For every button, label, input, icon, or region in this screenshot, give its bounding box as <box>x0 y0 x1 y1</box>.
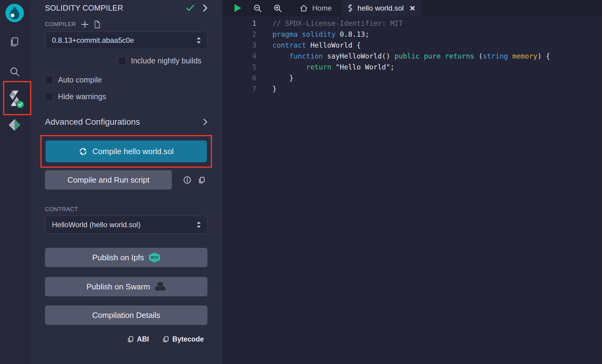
file-icon <box>94 21 100 28</box>
tab-home-label: Home <box>312 4 332 12</box>
run-script-button[interactable] <box>232 0 243 16</box>
hide-warnings-label: Hide warnings <box>58 92 106 101</box>
panel-header: SOLIDITY COMPILER <box>45 3 207 13</box>
code-line[interactable]: 1// SPDX-License-Identifier: MIT <box>223 18 602 29</box>
remix-logo[interactable] <box>3 2 26 25</box>
compilation-details-button[interactable]: Compilation Details <box>45 305 207 325</box>
contract-section-label: CONTRACT <box>45 206 78 213</box>
panel-title: SOLIDITY COMPILER <box>45 4 123 12</box>
zoom-in-button[interactable] <box>272 0 283 16</box>
tab-home[interactable]: Home <box>291 0 340 16</box>
zoom-out-icon <box>253 4 262 13</box>
solidity-file-icon <box>347 4 353 12</box>
publish-swarm-button[interactable]: Publish on Swarm <box>45 277 207 296</box>
compiler-version-select[interactable]: 0.8.13+commit.abaa5c0e <box>45 32 207 49</box>
deploy-run-button[interactable] <box>0 112 29 138</box>
hide-warnings-checkbox[interactable] <box>45 93 53 101</box>
publish-ipfs-label: Publish on Ipfs <box>92 253 144 262</box>
line-number: 2 <box>223 29 256 40</box>
line-number: 1 <box>223 18 256 29</box>
nightly-builds-label: Include nightly builds <box>131 56 201 65</box>
select-arrows-icon <box>197 221 201 228</box>
compiler-version-value: 0.8.13+commit.abaa5c0e <box>52 36 197 45</box>
panel-expand-chevron[interactable] <box>203 4 207 12</box>
file-explorer-button[interactable] <box>0 29 29 55</box>
auto-compile-row: Auto compile <box>45 76 207 84</box>
swarm-icon <box>155 282 166 292</box>
editor-area: Home hello world.sol × 1// SPDX-License-… <box>223 0 602 364</box>
compile-and-run-button[interactable]: Compile and Run script <box>45 170 172 190</box>
ethereum-icon <box>8 119 21 131</box>
close-tab-icon[interactable]: × <box>410 4 415 13</box>
code-area[interactable]: 1// SPDX-License-Identifier: MIT2pragma … <box>223 16 602 364</box>
info-icon <box>183 176 191 184</box>
file-explorer-icon <box>9 36 20 47</box>
compilation-details-label: Compilation Details <box>92 311 160 320</box>
zoom-in-icon <box>273 4 282 13</box>
remix-logo-icon <box>4 2 26 24</box>
copy-icon <box>127 336 134 343</box>
abi-bytecode-row: ABI Bytecode <box>45 335 207 343</box>
code-text: contract HelloWorld { <box>272 40 361 51</box>
nightly-builds-row: Include nightly builds <box>118 56 207 65</box>
code-line[interactable]: 5 return "Hello World"; <box>223 62 602 72</box>
icon-sidebar <box>0 0 29 364</box>
open-compiler-file-button[interactable] <box>94 21 100 28</box>
copy-icon <box>162 336 169 343</box>
copy-script-button[interactable] <box>198 176 205 184</box>
code-text: pragma solidity 0.8.13; <box>272 29 369 40</box>
code-line[interactable]: 6 } <box>223 72 602 83</box>
side-panel: SOLIDITY COMPILER COMPILER <box>29 0 223 364</box>
bytecode-label: Bytecode <box>172 335 204 343</box>
code-line[interactable]: 2pragma solidity 0.8.13; <box>223 29 602 40</box>
play-icon <box>234 4 242 12</box>
solidity-compiler-button[interactable] <box>0 85 29 112</box>
plus-icon <box>81 21 88 28</box>
compile-success-badge <box>16 100 24 109</box>
line-number: 4 <box>223 51 256 62</box>
line-number: 6 <box>223 72 256 83</box>
advanced-configurations-toggle[interactable]: Advanced Configurations <box>45 117 207 127</box>
compile-button[interactable]: Compile hello world.sol <box>46 140 207 162</box>
compile-success-check <box>185 3 195 13</box>
hide-warnings-row: Hide warnings <box>45 92 207 101</box>
check-icon <box>185 3 195 13</box>
chevron-right-icon <box>203 4 207 12</box>
select-arrows-icon <box>197 37 201 44</box>
line-number: 7 <box>223 83 256 94</box>
contract-select[interactable]: HelloWorld (hello world.sol) <box>45 216 207 234</box>
contract-select-value: HelloWorld (hello world.sol) <box>52 221 197 229</box>
red-highlight-box-compile-button: Compile hello world.sol <box>40 135 212 168</box>
code-line[interactable]: 7} <box>223 83 602 94</box>
auto-compile-checkbox[interactable] <box>45 76 53 84</box>
line-number: 5 <box>223 62 256 72</box>
zoom-out-button[interactable] <box>252 0 263 16</box>
advanced-configurations-label: Advanced Configurations <box>45 117 140 127</box>
compiler-section-label: COMPILER <box>45 21 76 28</box>
copy-icon <box>198 176 205 184</box>
publish-ipfs-button[interactable]: Publish on Ipfs IPFS <box>45 248 207 267</box>
home-icon <box>299 4 308 12</box>
nightly-builds-checkbox[interactable] <box>118 57 126 65</box>
tab-hello-world-sol[interactable]: hello world.sol × <box>340 0 422 16</box>
abi-label: ABI <box>137 335 149 343</box>
code-line[interactable]: 4 function sayHelloWorld() public pure r… <box>223 51 602 62</box>
copy-abi-button[interactable]: ABI <box>127 335 149 343</box>
add-compiler-button[interactable] <box>81 21 88 28</box>
line-number: 3 <box>223 40 256 51</box>
check-icon <box>18 102 23 107</box>
compiler-section-header: COMPILER <box>45 20 207 29</box>
code-line[interactable]: 3contract HelloWorld { <box>223 40 602 51</box>
ipfs-icon: IPFS <box>149 253 160 263</box>
refresh-icon <box>79 147 87 156</box>
tab-bar: Home hello world.sol × <box>223 0 602 16</box>
auto-compile-label: Auto compile <box>58 76 102 84</box>
code-text: } <box>272 72 293 83</box>
copy-bytecode-button[interactable]: Bytecode <box>162 335 204 343</box>
code-text: return "Hello World"; <box>272 62 395 72</box>
contract-section-header: CONTRACT <box>45 206 207 213</box>
code-text: } <box>272 83 277 94</box>
search-button[interactable] <box>0 58 29 85</box>
compile-and-run-row: Compile and Run script <box>45 170 207 190</box>
info-button[interactable] <box>183 176 191 184</box>
